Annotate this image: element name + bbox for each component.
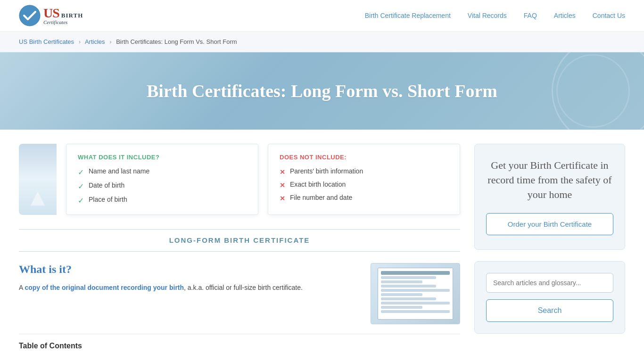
excludes-item-1: Parents' birth information (290, 167, 363, 175)
doc-line (381, 276, 436, 279)
hero-title: Birth Certificates: Long Form vs. Short … (147, 81, 497, 101)
doc-line (381, 289, 450, 292)
doc-line (381, 271, 450, 275)
desc-prefix: A (19, 284, 25, 291)
sidebar: Get your Birth Certificate in record tim… (474, 144, 625, 350)
sidebar-search: Search (474, 261, 625, 334)
logo-icon (19, 5, 41, 26)
list-item: ✓ Place of birth (78, 196, 247, 205)
site-header: US BIRTH Certificates Birth Certificate … (0, 0, 644, 32)
what-is-it-section: What is it? A copy of the original docum… (19, 263, 460, 324)
logo-us: US (43, 7, 59, 20)
excludes-card-title: DOES NOT INCLUDE: (280, 154, 448, 161)
breadcrumb-current: Birth Certificates: Long Form Vs. Short … (116, 38, 237, 45)
what-is-it-heading: What is it? (19, 263, 356, 276)
list-item: ✓ Name and last name (78, 167, 247, 177)
toc-title: Table of Contents (19, 342, 460, 350)
doc-line (381, 285, 436, 288)
check-icon: ✓ (78, 196, 84, 205)
check-icon: ✓ (78, 168, 84, 177)
includes-card-title: WHAT DOES IT INCLUDE? (78, 154, 247, 161)
order-button[interactable]: Order your Birth Certificate (486, 213, 613, 235)
logo-certificates: Certificates (43, 20, 83, 25)
logo-text: US BIRTH Certificates (43, 7, 83, 25)
check-icon: ✓ (78, 182, 84, 191)
doc-line (381, 293, 422, 296)
main-content: WHAT DOES IT INCLUDE? ✓ Name and last na… (19, 144, 460, 350)
includes-item-3: Place of birth (89, 196, 127, 203)
breadcrumb-sep-2: › (109, 38, 111, 45)
what-is-it-description: A copy of the original document recordin… (19, 282, 356, 294)
nav-vital-records[interactable]: Vital Records (468, 12, 507, 19)
section-divider: LONG-FORM BIRTH CERTIFICATE (19, 229, 460, 252)
doc-line (381, 306, 422, 309)
nav-contact-us[interactable]: Contact Us (593, 12, 625, 19)
search-input[interactable] (486, 273, 613, 293)
list-item: ✓ Date of birth (78, 181, 247, 191)
nav-faq[interactable]: FAQ (524, 12, 537, 19)
x-icon: ✕ (280, 168, 285, 176)
doc-line (381, 297, 436, 300)
includes-item-1: Name and last name (89, 167, 149, 175)
doc-line (381, 302, 450, 304)
excludes-item-2: Exact birth location (290, 181, 346, 188)
x-icon: ✕ (280, 181, 285, 189)
main-nav: Birth Certificate Replacement Vital Reco… (365, 12, 625, 19)
left-decorative (19, 144, 57, 215)
what-is-it-text: What is it? A copy of the original docum… (19, 263, 356, 294)
list-item: ✕ File number and date (280, 194, 448, 202)
nav-birth-certificate-replacement[interactable]: Birth Certificate Replacement (365, 12, 451, 19)
nav-articles[interactable]: Articles (554, 12, 576, 19)
excludes-item-3: File number and date (290, 194, 352, 201)
includes-card: WHAT DOES IT INCLUDE? ✓ Name and last na… (66, 144, 258, 215)
desc-bold: copy of the original document recording … (25, 284, 184, 291)
document-inner (378, 268, 453, 320)
includes-list: ✓ Name and last name ✓ Date of birth ✓ P… (78, 167, 247, 205)
desc-suffix: , a.k.a. official or full-size birth cer… (184, 284, 303, 291)
doc-line (381, 310, 450, 313)
list-item: ✕ Exact birth location (280, 181, 448, 189)
excludes-list: ✕ Parents' birth information ✕ Exact bir… (280, 167, 448, 202)
x-icon: ✕ (280, 195, 285, 202)
toc-section: Table of Contents (19, 334, 460, 350)
breadcrumb-sep-1: › (79, 38, 81, 45)
includes-item-2: Date of birth (89, 181, 124, 189)
main-container: WHAT DOES IT INCLUDE? ✓ Name and last na… (0, 130, 644, 362)
hero-banner: Birth Certificates: Long Form vs. Short … (0, 52, 644, 130)
section-title: LONG-FORM BIRTH CERTIFICATE (169, 236, 310, 244)
svg-point-0 (19, 5, 40, 26)
excludes-card: DOES NOT INCLUDE: ✕ Parents' birth infor… (268, 144, 460, 215)
breadcrumb: US Birth Certificates › Articles › Birth… (0, 32, 644, 52)
logo[interactable]: US BIRTH Certificates (19, 5, 83, 26)
sidebar-cta-text: Get your Birth Certificate in record tim… (486, 158, 613, 202)
sidebar-cta: Get your Birth Certificate in record tim… (474, 144, 625, 250)
list-item: ✕ Parents' birth information (280, 167, 448, 176)
comparison-section: WHAT DOES IT INCLUDE? ✓ Name and last na… (19, 144, 460, 215)
search-button[interactable]: Search (486, 299, 613, 322)
logo-birth: BIRTH (61, 12, 83, 19)
breadcrumb-articles[interactable]: Articles (85, 38, 105, 45)
document-image (371, 263, 460, 324)
breadcrumb-home[interactable]: US Birth Certificates (19, 38, 74, 45)
doc-line (381, 280, 422, 283)
